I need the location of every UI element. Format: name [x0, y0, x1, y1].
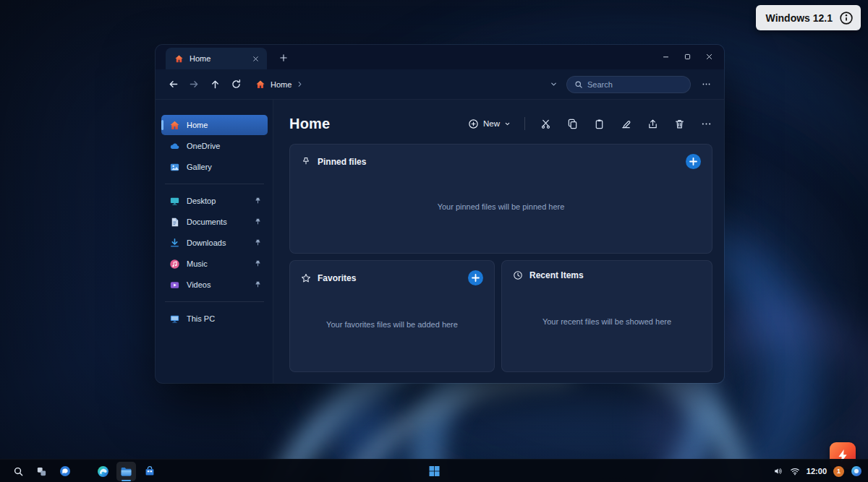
toolbar-more-button[interactable] — [697, 79, 715, 89]
sidebar-item-label: Documents — [187, 218, 247, 226]
corner-app-icon[interactable] — [851, 465, 862, 477]
os-version-label: Windows 12.1 — [766, 12, 833, 24]
navigation-sidebar: Home OneDrive Gallery — [156, 100, 273, 383]
recent-items-card: Recent Items Your recent files will be s… — [501, 260, 712, 372]
sidebar-item-label: Downloads — [187, 238, 247, 247]
favorites-card: Favorites Your favorites files will be a… — [289, 260, 495, 372]
pin-icon — [254, 197, 262, 205]
caption-buttons — [655, 46, 720, 66]
taskbar-left — [9, 460, 159, 482]
refresh-button[interactable] — [226, 74, 247, 95]
favorites-header: Favorites — [290, 261, 494, 285]
pin-icon — [254, 218, 262, 226]
breadcrumb[interactable]: Home — [255, 79, 303, 90]
task-view-icon[interactable] — [32, 462, 51, 481]
cloud-icon — [169, 141, 180, 152]
chevron-down-icon — [504, 121, 511, 127]
cards-row: Favorites Your favorites files will be a… — [289, 260, 712, 372]
back-button[interactable] — [163, 74, 184, 95]
file-explorer-icon[interactable] — [116, 462, 136, 481]
sidebar-item-label: Home — [187, 121, 262, 129]
share-button[interactable] — [646, 117, 659, 130]
add-pinned-button[interactable] — [686, 154, 701, 169]
empty-state-text: Your favorites files will be added here — [290, 285, 494, 371]
home-icon — [169, 120, 180, 131]
search-icon — [574, 80, 583, 89]
paste-button[interactable] — [592, 117, 605, 130]
delete-button[interactable] — [673, 117, 686, 130]
sidebar-item-label: Videos — [187, 280, 247, 289]
tab-home[interactable]: Home — [166, 48, 267, 69]
search-box[interactable] — [566, 76, 691, 93]
chevron-right-icon — [297, 81, 303, 87]
home-icon — [174, 54, 184, 64]
card-title: Pinned files — [318, 157, 679, 167]
taskbar-center — [425, 460, 444, 482]
video-icon — [169, 280, 180, 291]
new-tab-button[interactable] — [274, 48, 293, 67]
volume-icon[interactable] — [773, 466, 783, 476]
taskbar-search-icon[interactable] — [9, 462, 28, 481]
sidebar-item-onedrive[interactable]: OneDrive — [161, 136, 268, 156]
sidebar-item-videos[interactable]: Videos — [161, 275, 268, 295]
desktop-icon — [169, 196, 180, 207]
main-content: Home New — [273, 100, 724, 383]
sidebar-item-label: Desktop — [187, 197, 247, 205]
wifi-icon[interactable] — [790, 466, 800, 476]
music-icon — [169, 259, 180, 270]
sidebar-item-label: Gallery — [187, 163, 262, 171]
sidebar-item-label: Music — [187, 259, 247, 268]
this-pc-icon — [169, 314, 180, 324]
pin-icon — [254, 239, 262, 247]
sidebar-item-this-pc[interactable]: This PC — [161, 309, 268, 329]
pin-icon — [301, 157, 311, 167]
pinned-files-card: Pinned files Your pinned files will be p… — [289, 144, 712, 254]
more-options-button[interactable] — [699, 117, 712, 130]
clock-icon — [513, 270, 523, 280]
content-header: Home New — [289, 109, 712, 138]
command-divider — [524, 117, 525, 130]
sidebar-item-music[interactable]: Music — [161, 254, 268, 274]
maximize-button[interactable] — [676, 46, 698, 66]
new-button[interactable]: New — [468, 119, 511, 129]
file-explorer-window: Home — [156, 45, 724, 383]
page-title: Home — [289, 116, 330, 132]
store-icon[interactable] — [140, 462, 159, 481]
navigation-toolbar: Home — [156, 69, 724, 100]
sidebar-item-downloads[interactable]: Downloads — [161, 233, 268, 253]
sidebar-item-label: OneDrive — [187, 142, 262, 150]
sidebar-item-home[interactable]: Home — [161, 115, 268, 135]
chat-icon[interactable] — [55, 462, 75, 481]
recent-items-header: Recent Items — [502, 261, 712, 280]
notification-badge[interactable]: 1 — [833, 466, 844, 477]
minimize-button[interactable] — [655, 46, 676, 66]
sidebar-item-desktop[interactable]: Desktop — [161, 191, 268, 211]
pin-icon — [254, 281, 262, 289]
empty-state-text: Your recent files will be showed here — [502, 280, 712, 371]
breadcrumb-item[interactable]: Home — [271, 80, 292, 89]
address-dropdown-icon[interactable] — [545, 80, 562, 88]
windows-logo-icon[interactable] — [425, 462, 444, 481]
window-body: Home OneDrive Gallery — [156, 100, 724, 383]
tab-close-icon[interactable] — [249, 52, 262, 65]
taskbar-clock[interactable]: 12:00 — [807, 467, 827, 475]
forward-button[interactable] — [184, 74, 205, 95]
card-title: Recent Items — [529, 270, 701, 280]
new-button-label: New — [483, 119, 500, 128]
gallery-icon — [169, 162, 180, 173]
edge-icon[interactable] — [93, 462, 113, 481]
close-button[interactable] — [698, 46, 720, 66]
taskbar-right: 12:00 1 — [773, 460, 862, 482]
info-icon[interactable] — [839, 11, 854, 25]
document-icon — [169, 217, 180, 228]
rename-button[interactable] — [619, 117, 632, 130]
search-input[interactable] — [587, 80, 683, 89]
add-favorite-button[interactable] — [468, 270, 483, 285]
new-icon — [468, 119, 479, 129]
copy-button[interactable] — [566, 117, 579, 130]
sidebar-item-gallery[interactable]: Gallery — [161, 157, 268, 177]
sidebar-item-documents[interactable]: Documents — [161, 212, 268, 232]
cut-button[interactable] — [539, 117, 552, 130]
up-button[interactable] — [205, 74, 226, 95]
desktop: Windows 12.1 Home — [0, 0, 868, 482]
